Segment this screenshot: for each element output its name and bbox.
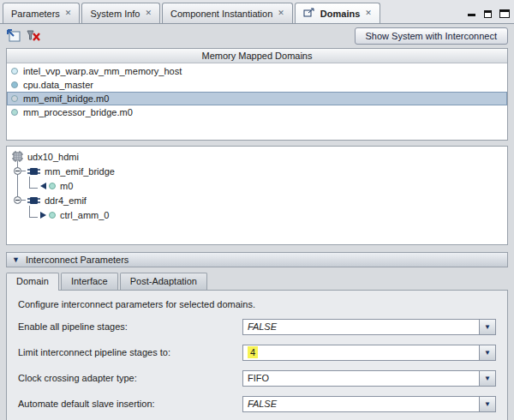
tab-label: Parameters [11,9,60,19]
tree-node-label: m0 [60,181,73,191]
tree-node-label: ctrl_amm_0 [60,210,109,220]
field-label: Limit interconnect pipeline stages to: [18,347,242,357]
interconnect-parameters-header[interactable]: ▼ Interconnect Parameters [6,252,508,267]
field-row: Automate default slave insertion: FALSE … [18,395,496,412]
combo-value[interactable]: FALSE [243,397,479,411]
tree-node-root[interactable]: udx10_hdmi [7,149,507,164]
memory-mapped-domains-panel: Memory Mapped Domains intel_vvp_warp.av_… [6,48,508,141]
tree-node[interactable]: mm_emif_bridge [7,164,507,178]
tree-expand-handle-icon[interactable] [14,196,21,204]
close-icon[interactable]: ✕ [278,9,284,17]
chevron-down-icon[interactable]: ▼ [479,371,495,386]
domain-label: mm_emif_bridge.m0 [23,93,109,104]
tree-connector-stub [21,200,26,201]
restore-icon[interactable] [481,6,494,18]
field-row: Limit interconnect pipeline stages to: 4… [18,344,496,361]
combo-value[interactable]: FIFO [243,371,479,386]
tab-parameters[interactable]: Parameters ✕ [3,3,80,23]
tab-label: Domains [320,9,360,19]
tree-connector-stub [21,171,26,171]
chevron-down-icon[interactable]: ▼ [479,397,495,411]
tab-interface[interactable]: Interface [61,273,118,290]
limit-pipeline-stages-combo[interactable]: 4 ▼ [242,345,496,361]
tab-domain[interactable]: Domain [6,273,59,291]
clock-crossing-adapter-type-combo[interactable]: FIFO ▼ [242,370,496,387]
tab-system-info[interactable]: System Info ✕ [81,3,160,23]
tab-label: System Info [90,9,140,19]
field-label: Automate default slave insertion: [18,399,242,409]
close-icon[interactable]: ✕ [65,9,72,17]
parameters-tab-strip: Domain Interface Post-Adaptation [6,273,508,290]
domains-list: intel_vvp_warp.av_mm_memory_host cpu.dat… [7,63,507,140]
tree-connector-elbow [29,206,38,218]
tree-node[interactable]: m0 [7,178,507,193]
field-label: Clock crossing adapter type: [18,373,242,383]
select-domain-icon[interactable] [6,28,22,44]
maximize-icon[interactable] [498,6,511,18]
section-title: Interconnect Parameters [26,255,128,265]
domain-label: intel_vvp_warp.av_mm_memory_host [23,66,182,76]
combo-value[interactable]: 4 [243,345,479,360]
interface-dot-icon [11,68,18,75]
close-icon[interactable]: ✕ [145,9,152,17]
enable-all-pipeline-stages-combo[interactable]: FALSE ▼ [242,319,496,335]
minimize-icon[interactable] [465,6,478,18]
domains-panel-header: Memory Mapped Domains [7,49,507,63]
chevron-down-icon[interactable]: ▼ [479,345,495,360]
domain-tab-content: Configure interconnect parameters for se… [6,290,508,420]
highlighted-value[interactable]: 4 [248,346,258,358]
interface-dot-icon [11,81,18,88]
list-item[interactable]: mm_processor_bridge.m0 [7,105,507,119]
domain-label: cpu.data_master [23,80,93,90]
tree-node-label: ddr4_emif [45,195,87,206]
system-tree-panel: udx10_hdmi mm_emif_bridge m0 ddr4_emif [6,146,508,245]
domains-tab-icon [303,8,315,19]
chevron-down-icon[interactable]: ▼ [479,320,495,334]
field-row: Enable all pipeline stages: FALSE ▼ [18,318,496,335]
tree-node-label: mm_emif_bridge [45,166,115,177]
interface-dot-icon [11,109,18,116]
automate-default-slave-insertion-combo[interactable]: FALSE ▼ [242,396,496,412]
window-controls [465,6,511,23]
tree-expand-handle-icon[interactable] [14,167,21,175]
combo-value[interactable]: FALSE [243,320,479,334]
field-label: Enable all pipeline stages: [18,321,242,332]
tab-component-instantiation[interactable]: Component Instantiation ✕ [162,3,293,23]
description-text: Configure interconnect parameters for se… [18,299,496,309]
tree-node[interactable]: ctrl_amm_0 [7,207,507,222]
domains-toolbar: Show System with Interconnect [0,24,514,48]
tree-node-label: udx10_hdmi [27,152,79,162]
tree-connector-elbow [29,177,38,189]
tab-post-adaptation[interactable]: Post-Adaptation [120,273,207,290]
slave-port-icon [40,183,60,189]
collapse-icon[interactable]: ▼ [12,256,20,264]
tab-label: Component Instantiation [170,9,272,19]
tree-node[interactable]: ddr4_emif [7,193,507,207]
list-item-selected[interactable]: mm_emif_bridge.m0 [7,92,507,105]
component-icon [27,167,40,176]
close-icon[interactable]: ✕ [365,9,372,17]
interface-dot-icon [11,95,18,102]
editor-tab-bar: Parameters ✕ System Info ✕ Component Ins… [0,0,514,24]
master-port-icon [40,212,60,219]
field-row: Clock crossing adapter type: FIFO ▼ [18,369,496,387]
list-item[interactable]: cpu.data_master [7,78,507,92]
remove-filter-icon[interactable] [26,28,42,44]
show-system-with-interconnect-button[interactable]: Show System with Interconnect [355,27,508,45]
list-item[interactable]: intel_vvp_warp.av_mm_memory_host [7,64,507,78]
tab-domains[interactable]: Domains ✕ [295,3,380,23]
component-icon [27,196,40,205]
domain-label: mm_processor_bridge.m0 [23,107,133,117]
